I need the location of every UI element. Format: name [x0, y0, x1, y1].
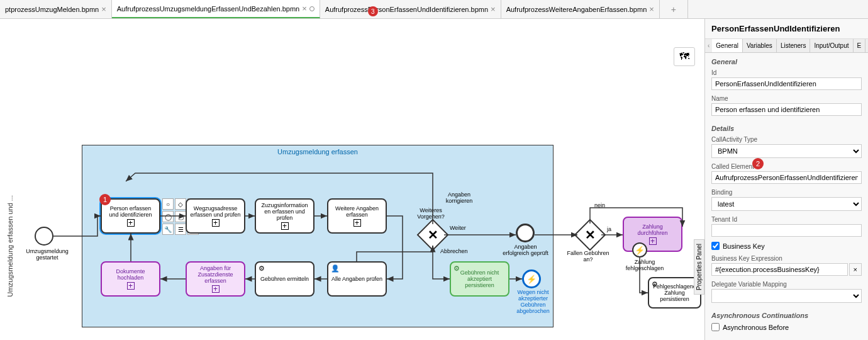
catype-label: CallActivity Type [711, 136, 862, 143]
prop-tab-listeners[interactable]: Listeners [777, 39, 811, 52]
prop-tab-general[interactable]: General [712, 39, 743, 52]
bk-check[interactable]: Business Key [711, 242, 862, 250]
label-ja: ja [607, 227, 611, 233]
prop-tab-ext[interactable]: E [854, 39, 866, 52]
gateway-gebuehren[interactable]: ✕ [574, 219, 606, 251]
id-input[interactable] [711, 77, 862, 90]
signal-icon: ⚡ [524, 271, 539, 286]
tenant-input[interactable] [711, 224, 862, 237]
section-general: General [705, 53, 868, 68]
tab-1[interactable]: AufrufprozessUmzugsmeldungErfassenUndBez… [112, 0, 320, 18]
task-dokumente[interactable]: Dokumente hochladen+ [101, 261, 160, 297]
properties-toggle[interactable]: Properties Panel [694, 239, 704, 295]
annotation-2: 2 [752, 158, 764, 169]
prop-title: PersonErfassenUndIdentifizieren [705, 19, 868, 39]
service-icon: ⚙ [453, 264, 460, 273]
binding-label: Binding [711, 189, 862, 196]
task-zusatzdienste[interactable]: Angaben für Zusatzdienste erfassen+ [186, 261, 245, 297]
pad-task-icon[interactable]: ▢ [175, 211, 186, 222]
label-abbr: Abbrechen [440, 249, 468, 255]
pad-text-icon[interactable]: ☰ [175, 224, 186, 235]
gw2-label: Fallen Gebühren an? [563, 251, 613, 263]
boundary-event[interactable]: ⚡ [632, 242, 647, 258]
dvm-label: Delegate Variable Mapping [711, 281, 862, 288]
id-label: Id [711, 69, 862, 76]
pad-wrench-icon[interactable]: 🔧 [162, 224, 174, 235]
end-abgebr-label: Wegen nicht akzeptierter Gebühren abgebr… [513, 290, 554, 315]
task-zahlung[interactable]: Zahlung durchführen+ [623, 217, 682, 252]
subprocess-icon: + [212, 285, 220, 293]
task-gebuehren-persist[interactable]: ⚙Gebühren nicht akzeptiert persistieren [450, 261, 509, 297]
close-icon[interactable]: × [649, 4, 654, 14]
prop-tabs-scroll-left[interactable]: ‹ [705, 39, 712, 52]
plus-icon: + [665, 4, 682, 14]
catype-select[interactable]: BPMN [711, 144, 862, 158]
async-before-checkbox[interactable] [711, 323, 720, 331]
subprocess-icon: + [212, 219, 220, 227]
task-wegzug[interactable]: Wegzugsadresse erfassen und prüfen+ [186, 198, 245, 234]
lane-label: Umzugsmeldung erfassen und ... [6, 195, 14, 297]
subprocess-icon: + [127, 282, 135, 290]
pad-append-icon[interactable]: ◯ [162, 211, 174, 222]
section-async: Asynchronous Continuations [705, 307, 868, 322]
tab-new[interactable]: + [660, 0, 688, 18]
subprocess-icon: + [649, 237, 657, 245]
service-icon: ⚙ [652, 280, 658, 288]
pad-event-icon[interactable]: ○ [162, 198, 174, 210]
close-icon[interactable]: × [491, 4, 496, 14]
prop-tabs: ‹ General Variables Listeners Input/Outp… [705, 39, 868, 53]
subprocess-icon: + [353, 219, 361, 227]
label-weiter: Weiter [450, 225, 466, 232]
label-zfehl: Zahlung fehlgeschlagen [623, 259, 667, 272]
async-before-check[interactable]: Asynchronous Before [711, 323, 862, 331]
annotation-3: 3 [368, 6, 378, 16]
dirty-icon [309, 6, 314, 11]
start-event[interactable] [35, 227, 53, 246]
minimap-button[interactable]: 🗺 [674, 47, 695, 66]
prop-tab-variables[interactable]: Variables [743, 39, 777, 52]
section-details: Details [705, 120, 868, 135]
task-gebuehren[interactable]: ⚙Gebühren ermitteln [255, 261, 314, 297]
dvm-select[interactable] [711, 289, 862, 303]
tab-2[interactable]: AufrufprozessPersonErfassenUndIdentifizi… [320, 0, 501, 18]
bke-input[interactable] [711, 263, 848, 276]
tab-3[interactable]: AufrufprozessWeitereAngabenErfassen.bpmn… [501, 0, 660, 18]
start-label: Umzugsmeldung gestartet [25, 249, 69, 261]
called-input[interactable] [711, 171, 862, 184]
subprocess-icon: + [281, 222, 289, 230]
pool-title: Umzugsmeldung erfassen [82, 145, 553, 158]
task-person-erfassen[interactable]: Person erfassen und identifizieren+ [101, 198, 160, 234]
name-label: Name [711, 95, 862, 102]
gw-label: Weiteres Vorgehen? [412, 208, 450, 220]
pad-gateway-icon[interactable]: ◇ [175, 198, 186, 210]
task-weitere[interactable]: Weitere Angaben erfassen+ [327, 198, 387, 234]
end-geprueft-label: Angaben erfolgreich geprüft [502, 244, 549, 257]
map-icon: 🗺 [679, 51, 689, 62]
user-icon: 👤 [331, 264, 340, 273]
tab-bar: ptprozessUmzugMelden.bpmn× Aufrufprozess… [0, 0, 868, 19]
close-icon[interactable]: × [101, 4, 106, 14]
service-icon: ⚙ [259, 264, 265, 273]
tenant-label: Tenant Id [711, 216, 862, 223]
label-korr: Angaben korrigieren [440, 192, 478, 205]
diagram-canvas[interactable]: Umzugsmeldung erfassen und ... 🗺 Umzugsm… [0, 19, 704, 340]
name-input[interactable] [711, 103, 862, 116]
tab-0[interactable]: ptprozessUmzugMelden.bpmn× [0, 0, 112, 18]
binding-select[interactable]: latest [711, 197, 862, 211]
prop-tab-io[interactable]: Input/Output [810, 39, 853, 52]
end-geprueft[interactable] [516, 224, 535, 242]
bke-clear[interactable]: × [849, 263, 862, 276]
subprocess-icon: + [127, 219, 135, 227]
bke-label: Business Key Expression [711, 255, 862, 262]
task-pruefen[interactable]: 👤Alle Angaben prüfen [327, 261, 387, 297]
called-label: Called Element [711, 163, 862, 170]
properties-panel: PersonErfassenUndIdentifizieren ‹ Genera… [704, 19, 868, 340]
close-icon[interactable]: × [302, 4, 307, 13]
task-zuzug[interactable]: Zuzugsinformation en erfassen und prüfen… [255, 198, 314, 234]
annotation-1: 1 [99, 194, 111, 205]
pool-umzugsmeldung[interactable]: Umzugsmeldung erfassen [82, 145, 554, 327]
bk-checkbox[interactable] [711, 242, 720, 250]
label-nein: nein [594, 203, 605, 209]
end-abgebrochen[interactable]: ⚡ [522, 269, 541, 288]
